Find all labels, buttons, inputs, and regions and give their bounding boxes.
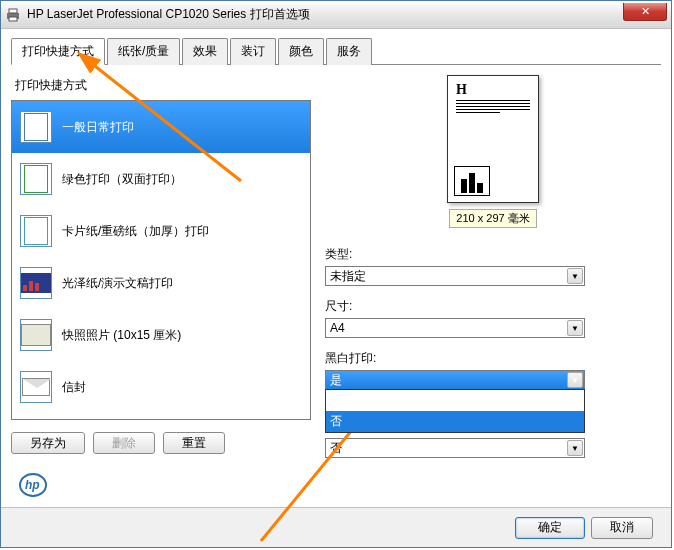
cardstock-icon xyxy=(20,215,52,247)
document-green-icon xyxy=(20,163,52,195)
photo-icon xyxy=(20,319,52,351)
dialog-window: HP LaserJet Professional CP1020 Series 打… xyxy=(0,0,672,548)
svg-rect-2 xyxy=(9,17,17,21)
window-title: HP LaserJet Professional CP1020 Series 打… xyxy=(27,6,310,23)
shortcuts-label: 打印快捷方式 xyxy=(15,77,311,94)
chevron-down-icon: ▼ xyxy=(567,268,583,284)
size-value: A4 xyxy=(330,321,345,335)
envelope-icon xyxy=(20,371,52,403)
chevron-down-icon: ▼ xyxy=(567,372,583,388)
field-type: 类型: 未指定 ▼ xyxy=(325,246,661,286)
bw-dropdown: 是 否 xyxy=(325,389,585,433)
reset-button[interactable]: 重置 xyxy=(163,432,225,454)
save-as-button[interactable]: 另存为 xyxy=(11,432,85,454)
tab-finishing[interactable]: 装订 xyxy=(230,38,276,65)
list-item[interactable]: 快照照片 (10x15 厘米) xyxy=(12,309,310,361)
dialog-footer: 确定 取消 xyxy=(1,507,671,547)
tab-paper-quality[interactable]: 纸张/质量 xyxy=(107,38,180,65)
field-bw: 黑白打印: 是 ▼ 是 否 xyxy=(325,350,661,390)
left-column: 打印快捷方式 一般日常打印 绿色打印（双面打印） 卡片纸/重磅纸（加厚）打印 xyxy=(11,73,311,503)
presentation-icon xyxy=(20,267,52,299)
list-item[interactable]: 信封 xyxy=(12,361,310,413)
duplex-combobox[interactable]: 否 ▼ xyxy=(325,438,585,458)
shortcut-buttons: 另存为 删除 重置 xyxy=(11,432,311,454)
content-area: 打印快捷方式 纸张/质量 效果 装订 颜色 服务 打印快捷方式 一般日常打印 绿… xyxy=(1,29,671,507)
list-item-label: 卡片纸/重磅纸（加厚）打印 xyxy=(62,223,209,240)
bw-option-yes[interactable]: 是 xyxy=(326,390,584,411)
bw-value: 是 xyxy=(330,372,342,389)
type-combobox[interactable]: 未指定 ▼ xyxy=(325,266,585,286)
delete-button[interactable]: 删除 xyxy=(93,432,155,454)
list-item[interactable]: 光泽纸/演示文稿打印 xyxy=(12,257,310,309)
chevron-down-icon: ▼ xyxy=(567,440,583,456)
size-label: 尺寸: xyxy=(325,298,661,315)
bw-combobox[interactable]: 是 ▼ 是 否 xyxy=(325,370,585,390)
bw-option-no[interactable]: 否 xyxy=(326,411,584,432)
cancel-button[interactable]: 取消 xyxy=(591,517,653,539)
list-item-label: 一般日常打印 xyxy=(62,119,134,136)
tab-effects[interactable]: 效果 xyxy=(182,38,228,65)
duplex-value: 否 xyxy=(330,440,342,457)
list-item[interactable]: 绿色打印（双面打印） xyxy=(12,153,310,205)
shortcuts-list[interactable]: 一般日常打印 绿色打印（双面打印） 卡片纸/重磅纸（加厚）打印 光泽纸/演示文稿… xyxy=(11,100,311,420)
tab-shortcuts[interactable]: 打印快捷方式 xyxy=(11,38,105,65)
titlebar: HP LaserJet Professional CP1020 Series 打… xyxy=(1,1,671,29)
tab-body: 打印快捷方式 一般日常打印 绿色打印（双面打印） 卡片纸/重磅纸（加厚）打印 xyxy=(11,73,661,503)
tab-color[interactable]: 颜色 xyxy=(278,38,324,65)
chevron-down-icon: ▼ xyxy=(567,320,583,336)
list-item-label: 绿色打印（双面打印） xyxy=(62,171,182,188)
size-combobox[interactable]: A4 ▼ xyxy=(325,318,585,338)
preview-page-icon: H xyxy=(447,75,539,203)
list-item-label: 信封 xyxy=(62,379,86,396)
tab-strip: 打印快捷方式 纸张/质量 效果 装订 颜色 服务 xyxy=(11,37,661,65)
hp-logo-icon: hp xyxy=(19,473,47,497)
type-label: 类型: xyxy=(325,246,661,263)
type-value: 未指定 xyxy=(330,268,366,285)
right-column: H 210 x 297 毫米 类型: 未指定 ▼ 尺寸: xyxy=(325,73,661,503)
tab-services[interactable]: 服务 xyxy=(326,38,372,65)
list-item-label: 光泽纸/演示文稿打印 xyxy=(62,275,173,292)
list-item[interactable]: 一般日常打印 xyxy=(12,101,310,153)
page-preview: H 210 x 297 毫米 xyxy=(325,75,661,228)
svg-text:hp: hp xyxy=(25,478,40,492)
list-item[interactable]: 卡片纸/重磅纸（加厚）打印 xyxy=(12,205,310,257)
close-button[interactable]: ✕ xyxy=(623,3,667,21)
field-size: 尺寸: A4 ▼ xyxy=(325,298,661,338)
preview-dimensions: 210 x 297 毫米 xyxy=(449,209,536,228)
printer-icon xyxy=(5,7,21,23)
document-icon xyxy=(20,111,52,143)
ok-button[interactable]: 确定 xyxy=(515,517,585,539)
svg-rect-1 xyxy=(9,9,17,13)
bw-label: 黑白打印: xyxy=(325,350,661,367)
list-item-label: 快照照片 (10x15 厘米) xyxy=(62,327,181,344)
